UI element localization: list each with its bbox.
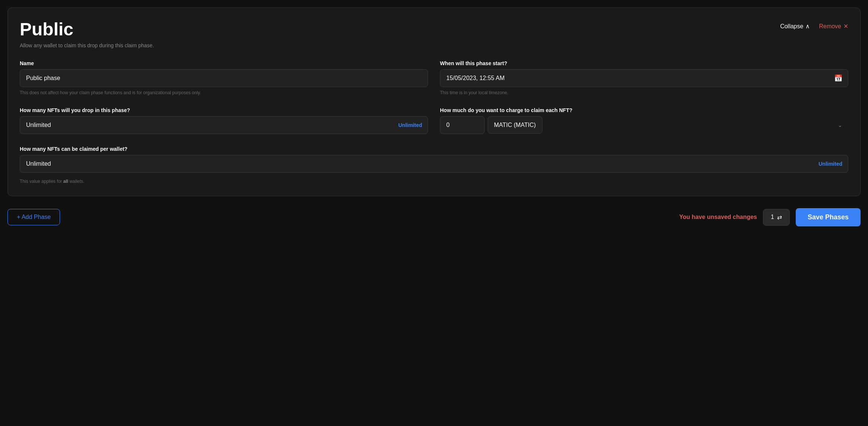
per-wallet-label: How many NFTs can be claimed per wallet? xyxy=(20,146,848,152)
name-hint: This does not affect how your claim phas… xyxy=(20,90,428,95)
start-label: When will this phase start? xyxy=(440,60,848,66)
chevron-down-icon: ⌄ xyxy=(838,122,842,128)
nft-drop-label: How many NFTs will you drop in this phas… xyxy=(20,107,428,113)
collapse-button[interactable]: Collapse ∧ xyxy=(780,23,810,30)
datetime-wrapper: 📅 xyxy=(440,69,848,87)
remove-label: Remove xyxy=(819,23,841,30)
nft-drop-input-wrapper: Unlimited xyxy=(20,116,428,134)
charge-label: How much do you want to charge to claim … xyxy=(440,107,848,113)
phase-swap-icon: ⇄ xyxy=(777,214,782,221)
nft-drop-unlimited-badge[interactable]: Unlimited xyxy=(398,122,422,128)
chevron-up-icon: ∧ xyxy=(805,23,810,30)
per-wallet-section: How many NFTs can be claimed per wallet?… xyxy=(20,146,848,184)
footer-right: You have unsaved changes 1 ⇄ Save Phases xyxy=(679,208,861,226)
unsaved-changes-label: You have unsaved changes xyxy=(679,214,757,220)
phase-title-area: Public xyxy=(20,20,73,39)
start-datetime-input[interactable] xyxy=(440,69,848,87)
price-row: MATIC (MATIC) ⌄ xyxy=(440,116,848,134)
per-wallet-hint: This value applies for all wallets. xyxy=(20,179,848,184)
per-wallet-input[interactable] xyxy=(20,155,848,173)
start-form-group: When will this phase start? 📅 This time … xyxy=(440,60,848,95)
phase-card-header: Public Collapse ∧ Remove ✕ xyxy=(20,20,848,39)
phase-count-button[interactable]: 1 ⇄ xyxy=(763,209,790,226)
add-phase-label: + Add Phase xyxy=(17,214,51,220)
currency-select-wrapper: MATIC (MATIC) ⌄ xyxy=(488,116,848,134)
per-wallet-hint-bold: all xyxy=(63,179,68,184)
main-container: Public Collapse ∧ Remove ✕ Allow any wal… xyxy=(7,7,861,419)
name-label: Name xyxy=(20,60,428,66)
nft-drop-form-group: How many NFTs will you drop in this phas… xyxy=(20,107,428,134)
phase-description: Allow any wallet to claim this drop duri… xyxy=(20,42,848,48)
nft-drop-input[interactable] xyxy=(20,116,428,134)
per-wallet-input-wrapper: Unlimited xyxy=(20,155,848,173)
phase-header-actions: Collapse ∧ Remove ✕ xyxy=(780,23,848,30)
remove-button[interactable]: Remove ✕ xyxy=(819,23,848,30)
name-input[interactable] xyxy=(20,69,428,87)
per-wallet-form-group: How many NFTs can be claimed per wallet?… xyxy=(20,146,848,184)
name-form-group: Name This does not affect how your claim… xyxy=(20,60,428,95)
save-phases-button[interactable]: Save Phases xyxy=(796,208,861,226)
per-wallet-hint-suffix: wallets. xyxy=(69,179,84,184)
phase-count: 1 xyxy=(771,214,774,220)
per-wallet-hint-prefix: This value applies for xyxy=(20,179,62,184)
form-grid-top: Name This does not affect how your claim… xyxy=(20,60,848,95)
per-wallet-unlimited-badge[interactable]: Unlimited xyxy=(818,161,842,167)
close-icon: ✕ xyxy=(843,23,848,30)
start-hint: This time is in your local timezone. xyxy=(440,90,848,95)
currency-select[interactable]: MATIC (MATIC) xyxy=(488,116,542,134)
add-phase-button[interactable]: + Add Phase xyxy=(7,209,60,225)
collapse-label: Collapse xyxy=(780,23,803,30)
form-grid-middle: How many NFTs will you drop in this phas… xyxy=(20,107,848,134)
phase-title: Public xyxy=(20,20,73,39)
footer-bar: + Add Phase You have unsaved changes 1 ⇄… xyxy=(7,202,861,232)
charge-form-group: How much do you want to charge to claim … xyxy=(440,107,848,134)
phase-card: Public Collapse ∧ Remove ✕ Allow any wal… xyxy=(7,7,861,196)
price-input[interactable] xyxy=(440,116,485,134)
